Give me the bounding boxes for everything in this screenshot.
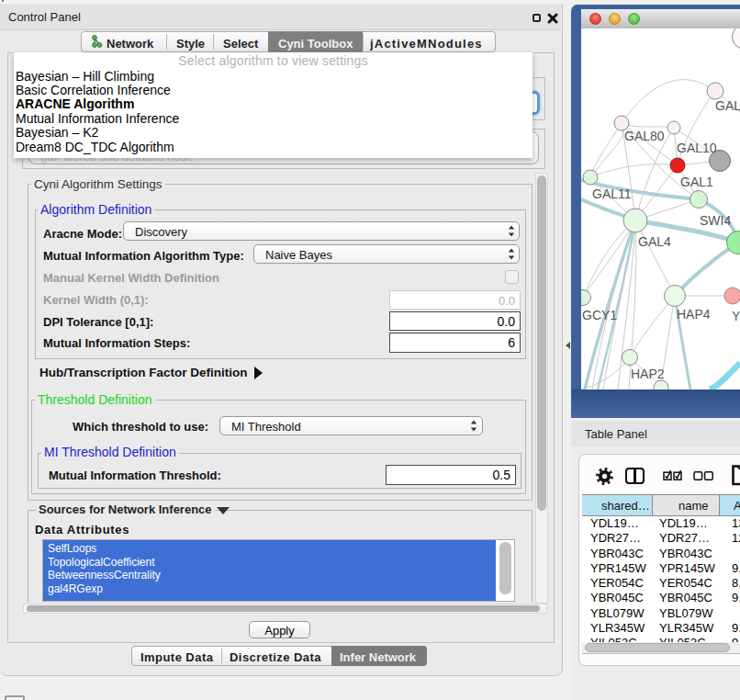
svg-text:HAP4: HAP4	[677, 307, 711, 322]
svg-text:HAP2: HAP2	[631, 367, 665, 381]
svg-text:GAL: GAL	[715, 98, 740, 113]
svg-text:GCY1: GCY1	[582, 308, 617, 322]
svg-text:Y: Y	[732, 309, 740, 323]
svg-text:GAL11: GAL11	[592, 186, 632, 201]
svg-text:GAL1: GAL1	[680, 175, 713, 189]
svg-text:GAL10: GAL10	[677, 141, 717, 155]
svg-text:GAL80: GAL80	[624, 129, 665, 143]
svg-text:SWI4: SWI4	[700, 213, 731, 228]
svg-text:GAL4: GAL4	[638, 234, 671, 249]
